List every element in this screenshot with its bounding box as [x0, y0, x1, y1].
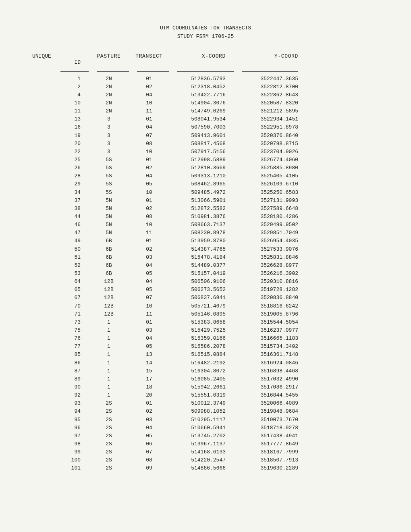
cell-ycoord: 3526216.3902: [234, 270, 298, 278]
cell-ycoord: 3527131.9093: [234, 197, 298, 205]
cell-transect: 05: [129, 270, 169, 278]
cell-pasture: 6B: [89, 262, 129, 270]
cell-transect: 07: [129, 294, 169, 302]
cell-transect: 01: [129, 75, 169, 83]
cell-id: 13: [60, 115, 89, 123]
table-row: 10 2N 10 514904.3076 3520587.8320: [32, 99, 379, 107]
cell-xcoord: 509413.9601: [169, 132, 234, 140]
cell-ycoord: 3518167.7999: [234, 448, 298, 456]
cell-ycoord: 3516361.7148: [234, 351, 298, 359]
cell-xcoord: 515157.0419: [169, 270, 234, 278]
table-row: 37 5N 01 513066.5901 3527131.9093: [32, 197, 379, 205]
table-row: 26 5S 02 512810.3669 3525885.8980: [32, 164, 379, 172]
cell-transect: 08: [129, 213, 169, 221]
cell-transect: 05: [129, 432, 169, 440]
cell-transect: 02: [129, 245, 169, 254]
cell-transect: 10: [129, 302, 169, 310]
table-row: 71 12B 11 505146.0895 3519005.8796: [32, 310, 379, 318]
table-row: 100 2S 08 514220.2547 3518507.7913: [32, 456, 379, 464]
cell-pasture: 1: [89, 351, 129, 359]
cell-xcoord: 506273.5652: [169, 286, 234, 294]
cell-transect: 07: [129, 132, 169, 140]
cell-transect: 13: [129, 351, 169, 359]
cell-xcoord: 508462.8965: [169, 180, 234, 188]
cell-transect: 09: [129, 464, 169, 472]
table-row: 75 1 03 515429.7525 3516237.0977: [32, 326, 379, 335]
cell-pasture: 5S: [89, 156, 129, 164]
cell-pasture: 1: [89, 326, 129, 335]
cell-xcoord: 506837.6941: [169, 294, 234, 302]
cell-pasture: 1: [89, 359, 129, 367]
cell-ycoord: 3516898.4468: [234, 367, 298, 375]
cell-xcoord: 516482.2192: [169, 359, 234, 367]
cell-id: 99: [60, 448, 89, 456]
cell-id: 90: [60, 383, 89, 391]
cell-pasture: 6B: [89, 237, 129, 245]
table-row: 46 5N 10 508663.7137 3529499.9502: [32, 221, 379, 229]
table-row: 53 6B 05 515157.0419 3526216.3902: [32, 270, 379, 278]
cell-xcoord: 510660.5941: [169, 424, 234, 432]
table-row: 85 1 13 516515.0884 3516361.7148: [32, 351, 379, 359]
table-row: 29 5S 05 508462.8965 3526109.6710: [32, 180, 379, 188]
table-row: 64 12B 04 506506.9106 3520310.8816: [32, 278, 379, 286]
table-row: 44 5N 08 510981.3876 3528180.4286: [32, 213, 379, 221]
table-row: 22 3 10 507917.5156 3523704.9026: [32, 148, 379, 156]
table-row: 96 2S 04 510660.5941 3518718.9278: [32, 424, 379, 432]
cell-ycoord: 3527533.9076: [234, 245, 298, 254]
cell-xcoord: 512836.5793: [169, 75, 234, 83]
cell-pasture: 12B: [89, 302, 129, 310]
cell-ycoord: 3521212.5895: [234, 107, 298, 115]
cell-pasture: 6B: [89, 254, 129, 262]
cell-id: 64: [60, 278, 89, 286]
cell-transect: 02: [129, 164, 169, 172]
cell-id: 44: [60, 213, 89, 221]
cell-pasture: 12B: [89, 294, 129, 302]
table-row: 90 1 18 515942.2661 3517086.2917: [32, 383, 379, 391]
cell-id: 52: [60, 262, 89, 270]
cell-pasture: 1: [89, 318, 129, 326]
cell-ycoord: 3522812.8700: [234, 83, 298, 91]
cell-id: 2: [60, 83, 89, 91]
pasture-header: PASTURE: [89, 53, 129, 59]
table-row: 94 2S 02 509988.1052 3519848.9684: [32, 407, 379, 416]
cell-id: 50: [60, 245, 89, 254]
cell-id: 71: [60, 310, 89, 318]
cell-xcoord: 510012.3749: [169, 399, 234, 407]
cell-xcoord: 515359.0166: [169, 335, 234, 343]
cell-xcoord: 516085.2405: [169, 375, 234, 383]
cell-xcoord: 513745.2702: [169, 432, 234, 440]
cell-pasture: 1: [89, 391, 129, 399]
cell-xcoord: 515383.8658: [169, 318, 234, 326]
table-row: 93 2S 01 510012.3749 3520066.4089: [32, 399, 379, 407]
cell-transect: 03: [129, 254, 169, 262]
xcoord-header: X-COORD: [169, 53, 234, 59]
cell-id: 16: [60, 123, 89, 131]
cell-transect: 04: [129, 424, 169, 432]
cell-xcoord: 514904.3076: [169, 99, 234, 107]
cell-pasture: 1: [89, 367, 129, 375]
cell-transect: 05: [129, 286, 169, 294]
table-row: 98 2S 06 513967.1137 3517777.8649: [32, 440, 379, 448]
cell-transect: 02: [129, 83, 169, 91]
cell-transect: 08: [129, 140, 169, 148]
cell-pasture: 5N: [89, 205, 129, 213]
cell-transect: 15: [129, 367, 169, 375]
cell-ycoord: 3525405.4105: [234, 172, 298, 180]
cell-ycoord: 3523704.9026: [234, 148, 298, 156]
cell-id: 28: [60, 172, 89, 180]
cell-pasture: 5N: [89, 197, 129, 205]
cell-ycoord: 3520066.4089: [234, 399, 298, 407]
cell-ycoord: 3516924.0846: [234, 359, 298, 367]
table-row: 2 2N 02 512318.0452 3522812.8700: [32, 83, 379, 91]
cell-pasture: 1: [89, 335, 129, 343]
table-row: 101 2S 09 514886.5666 3519630.2289: [32, 464, 379, 472]
cell-transect: 04: [129, 172, 169, 180]
table-row: 99 2S 07 514168.6133 3518167.7999: [32, 448, 379, 456]
table-row: 13 3 01 508041.9534 3522934.1451: [32, 115, 379, 123]
cell-pasture: 12B: [89, 278, 129, 286]
cell-xcoord: 513959.8780: [169, 237, 234, 245]
cell-id: 98: [60, 440, 89, 448]
cell-transect: 04: [129, 262, 169, 270]
cell-xcoord: 508230.8978: [169, 229, 234, 237]
cell-id: 53: [60, 270, 89, 278]
